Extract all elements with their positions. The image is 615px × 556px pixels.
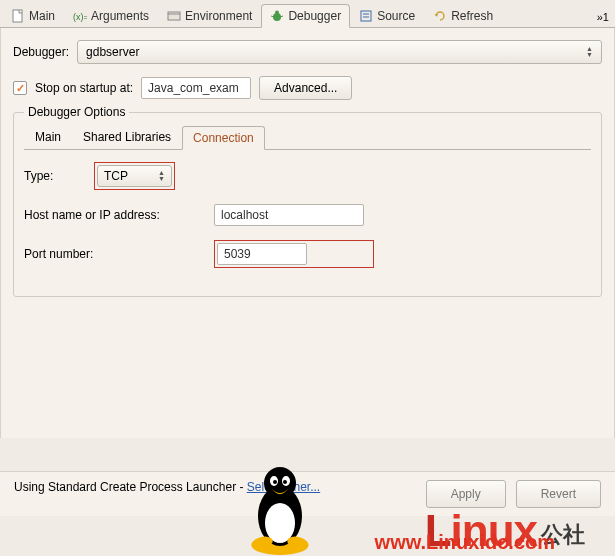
- type-value: TCP: [104, 169, 128, 183]
- port-highlight: [214, 240, 374, 268]
- svg-point-19: [283, 480, 287, 484]
- stop-on-startup-label: Stop on startup at:: [35, 81, 133, 95]
- host-label: Host name or IP address:: [24, 208, 204, 222]
- tab-environment[interactable]: Environment: [158, 4, 261, 27]
- apply-button[interactable]: Apply: [426, 480, 506, 508]
- bug-icon: [270, 9, 284, 23]
- subtab-shared-libraries[interactable]: Shared Libraries: [72, 125, 182, 149]
- tab-refresh[interactable]: Refresh: [424, 4, 502, 27]
- chevron-updown-icon: ▲▼: [586, 46, 593, 58]
- tab-label: Arguments: [91, 9, 149, 23]
- tab-label: Environment: [185, 9, 252, 23]
- revert-button[interactable]: Revert: [516, 480, 601, 508]
- source-icon: [359, 9, 373, 23]
- debugger-dropdown[interactable]: gdbserver ▲▼: [77, 40, 602, 64]
- debugger-panel: Debugger: gdbserver ▲▼ Stop on startup a…: [0, 28, 615, 438]
- tab-label: Refresh: [451, 9, 493, 23]
- svg-point-14: [265, 503, 295, 543]
- svg-rect-8: [361, 11, 371, 21]
- environment-icon: [167, 9, 181, 23]
- port-input[interactable]: [217, 243, 307, 265]
- tab-label: Source: [377, 9, 415, 23]
- debugger-options-tabs: Main Shared Libraries Connection: [24, 125, 591, 150]
- host-input[interactable]: [214, 204, 364, 226]
- chevron-updown-icon: ▲▼: [158, 170, 165, 182]
- svg-rect-2: [168, 12, 180, 20]
- tab-debugger[interactable]: Debugger: [261, 4, 350, 28]
- svg-point-18: [273, 480, 277, 484]
- stop-on-startup-checkbox[interactable]: [13, 81, 27, 95]
- document-icon: [11, 9, 25, 23]
- top-tab-row: Main (x)= Arguments Environment Debugger…: [0, 0, 615, 28]
- refresh-icon: [433, 9, 447, 23]
- svg-text:(x)=: (x)=: [73, 12, 87, 22]
- type-dropdown[interactable]: TCP ▲▼: [97, 165, 172, 187]
- svg-point-5: [275, 11, 279, 15]
- debugger-value: gdbserver: [86, 45, 139, 59]
- subtab-main[interactable]: Main: [24, 125, 72, 149]
- tab-label: Debugger: [288, 9, 341, 23]
- type-highlight: TCP ▲▼: [94, 162, 175, 190]
- tab-arguments[interactable]: (x)= Arguments: [64, 4, 158, 27]
- arguments-icon: (x)=: [73, 9, 87, 23]
- debugger-options-legend: Debugger Options: [24, 105, 129, 119]
- subtab-connection[interactable]: Connection: [182, 126, 265, 150]
- tux-logo: [240, 461, 320, 556]
- debugger-label: Debugger:: [13, 45, 69, 59]
- tab-main[interactable]: Main: [2, 4, 64, 27]
- stop-symbol-input[interactable]: [141, 77, 251, 99]
- debugger-options-group: Debugger Options Main Shared Libraries C…: [13, 112, 602, 297]
- port-label: Port number:: [24, 247, 204, 261]
- svg-rect-0: [13, 10, 22, 22]
- advanced-button[interactable]: Advanced...: [259, 76, 352, 100]
- tab-source[interactable]: Source: [350, 4, 424, 27]
- watermark-url: www.Linuxidc.com: [375, 531, 555, 554]
- tab-label: Main: [29, 9, 55, 23]
- svg-point-15: [264, 467, 296, 499]
- tab-overflow-button[interactable]: »1: [591, 7, 615, 27]
